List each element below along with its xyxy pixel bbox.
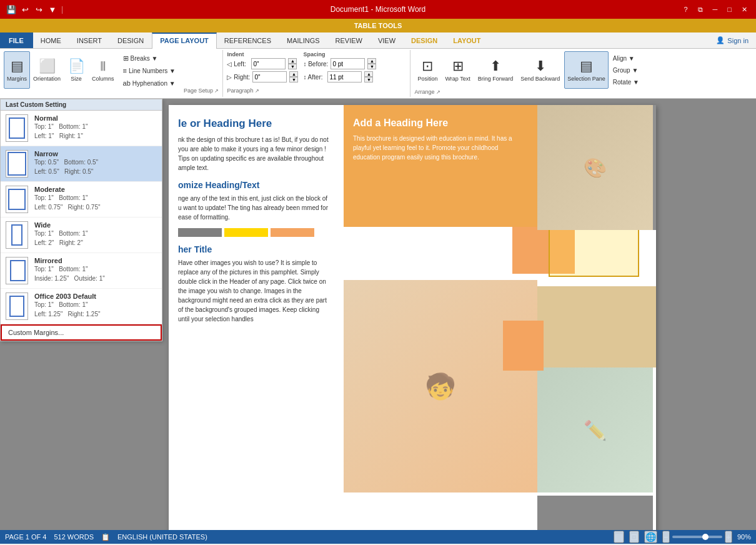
maximize-btn[interactable]: □: [724, 4, 735, 14]
rotate-btn[interactable]: Rotate ▼: [610, 76, 642, 88]
indent-right-up[interactable]: ▲: [289, 71, 298, 77]
doc-text-col: le or Heading Here nk the design of this…: [169, 111, 341, 330]
qat-more-btn[interactable]: ▼: [46, 3, 59, 16]
zoom-slider[interactable]: [672, 536, 722, 538]
hyphenation-btn[interactable]: abHyphenation ▼: [120, 78, 179, 89]
orientation-icon: ⬜: [39, 58, 56, 74]
line-numbers-icon: ≡: [123, 67, 127, 74]
selection-pane-btn[interactable]: ▤ Selection Pane: [564, 51, 609, 89]
indent-left-input[interactable]: [251, 58, 286, 69]
breaks-btn[interactable]: ⊞Breaks ▼: [120, 52, 179, 64]
columns-btn[interactable]: ⫴ Columns: [89, 51, 117, 89]
word-count: 512 WORDS: [54, 533, 94, 541]
size-label: Size: [71, 76, 82, 82]
spell-check-icon[interactable]: 📋: [101, 533, 110, 541]
tab-view[interactable]: VIEW: [371, 32, 404, 48]
margin-icon-wide: [6, 221, 28, 249]
language: ENGLISH (UNITED STATES): [117, 533, 207, 541]
spacing-after-up[interactable]: ▲: [364, 71, 373, 77]
indent-right-down[interactable]: ▼: [289, 77, 298, 82]
tab-page-layout[interactable]: PAGE LAYOUT: [152, 32, 217, 49]
spacing-after-input[interactable]: [327, 71, 362, 82]
spacing-before-up[interactable]: ▲: [367, 58, 376, 64]
spacing-before-down[interactable]: ▼: [367, 64, 376, 69]
tab-home[interactable]: HOME: [33, 32, 69, 48]
doc-heading1: le or Heading Here: [178, 118, 331, 130]
dropdown-header: Last Custom Setting: [1, 99, 162, 111]
tab-table-design[interactable]: DESIGN: [404, 32, 445, 48]
tab-row: FILE HOME INSERT DESIGN PAGE LAYOUT REFE…: [0, 32, 756, 49]
wrap-text-btn[interactable]: ⊞ Wrap Text: [442, 51, 474, 89]
margin-icon-mirrored: [6, 257, 28, 284]
restore-btn[interactable]: ⧉: [694, 4, 707, 15]
margin-icon-narrow: [6, 150, 28, 178]
ribbon-group-page-setup: ▤ Margins ⬜ Orientation 📄 Size ⫴ Columns…: [0, 50, 223, 97]
sign-in-link[interactable]: 👤 Sign in: [709, 32, 756, 48]
page-setup-expand[interactable]: ↗: [214, 88, 219, 94]
title-bar-controls: ? ⧉ ─ □ ✕: [680, 4, 751, 15]
doc-heading4: her Title: [178, 244, 331, 254]
doc-heading2: Add a Heading Here: [353, 118, 519, 129]
orientation-btn[interactable]: ⬜ Orientation: [30, 51, 64, 89]
margin-item-normal[interactable]: Normal Top: 1" Bottom: 1" Left: 1" Right…: [1, 111, 162, 146]
app-area: Last Custom Setting Normal Top: 1" Botto…: [0, 99, 756, 530]
tab-review[interactable]: REVIEW: [328, 32, 371, 48]
bring-forward-btn[interactable]: ⬆ Bring Forward: [475, 51, 517, 89]
group-btn[interactable]: Group ▼: [610, 64, 642, 76]
indent-left-down[interactable]: ▼: [288, 64, 297, 69]
custom-margins-btn[interactable]: Custom Margins...: [1, 324, 162, 341]
bring-forward-label: Bring Forward: [478, 76, 514, 82]
margin-item-mirrored[interactable]: Mirrored Top: 1" Bottom: 1" Inside: 1.25…: [1, 253, 162, 289]
redo-btn[interactable]: ↪: [32, 3, 45, 16]
margin-info-mirrored: Mirrored Top: 1" Bottom: 1" Inside: 1.25…: [34, 257, 157, 283]
paragraph-group-label: Paragraph: [227, 88, 253, 94]
position-label: Position: [417, 76, 437, 82]
spacing-after-down[interactable]: ▼: [364, 77, 373, 82]
tab-references[interactable]: REFERENCES: [217, 32, 279, 48]
doc-body3: nge any of the text in this ent, just cl…: [178, 194, 331, 222]
minimize-btn[interactable]: ─: [709, 4, 722, 14]
tab-mailings[interactable]: MAILINGS: [279, 32, 328, 48]
print-layout-btn[interactable]: ▤: [614, 531, 624, 543]
margins-btn[interactable]: ▤ Margins: [4, 51, 30, 89]
wrap-text-icon: ⊞: [452, 58, 464, 74]
position-btn[interactable]: ⊡ Position: [414, 51, 440, 89]
indent-right-input[interactable]: [252, 71, 287, 82]
selection-pane-icon: ▤: [580, 58, 593, 74]
zoom-in-btn[interactable]: +: [725, 531, 732, 543]
indent-left-up[interactable]: ▲: [288, 58, 297, 64]
margin-item-wide[interactable]: Wide Top: 1" Bottom: 1" Left: 2" Right: …: [1, 218, 162, 253]
margin-item-narrow[interactable]: Narrow Top: 0.5" Bottom: 0.5" Left: 0.5"…: [1, 146, 162, 182]
zoom-out-btn[interactable]: −: [662, 531, 670, 543]
position-icon: ⊡: [422, 58, 433, 74]
align-btn[interactable]: Align ▼: [610, 52, 642, 64]
columns-label: Columns: [92, 76, 114, 82]
arrange-expand[interactable]: ↗: [436, 89, 440, 95]
gray-bottom-right: [537, 496, 653, 530]
margin-item-moderate[interactable]: Moderate Top: 1" Bottom: 1" Left: 0.75" …: [1, 182, 162, 218]
margin-item-office2003[interactable]: Office 2003 Default Top: 1" Bottom: 1" L…: [1, 289, 162, 324]
spacing-before-input[interactable]: [331, 58, 365, 69]
tab-file[interactable]: FILE: [0, 32, 33, 48]
paragraph-expand[interactable]: ↗: [255, 88, 259, 94]
color-bar-gray: [178, 228, 222, 237]
send-backward-label: Send Backward: [520, 76, 560, 82]
size-btn[interactable]: 📄 Size: [64, 51, 89, 89]
tab-insert[interactable]: INSERT: [69, 32, 110, 48]
doc-body2: This brochure is designed with education…: [353, 134, 519, 162]
line-numbers-btn[interactable]: ≡Line Numbers ▼: [120, 65, 179, 76]
tab-design[interactable]: DESIGN: [110, 32, 152, 48]
help-btn[interactable]: ?: [680, 4, 691, 14]
save-btn[interactable]: 💾: [5, 3, 17, 16]
margin-icon-moderate: [6, 186, 28, 213]
full-screen-btn[interactable]: ⊡: [629, 531, 639, 543]
undo-btn[interactable]: ↩: [19, 3, 31, 16]
margin-info-moderate: Moderate Top: 1" Bottom: 1" Left: 0.75" …: [34, 186, 157, 212]
photo-art-children: 🎨: [537, 105, 653, 230]
zoom-control: − + 90%: [662, 531, 751, 543]
margin-info-office2003: Office 2003 Default Top: 1" Bottom: 1" L…: [34, 292, 157, 319]
send-backward-btn[interactable]: ⬇ Send Backward: [517, 51, 563, 89]
web-layout-btn[interactable]: 🌐: [644, 531, 657, 543]
close-btn[interactable]: ✕: [738, 4, 751, 15]
tab-table-layout[interactable]: LAYOUT: [445, 32, 489, 48]
